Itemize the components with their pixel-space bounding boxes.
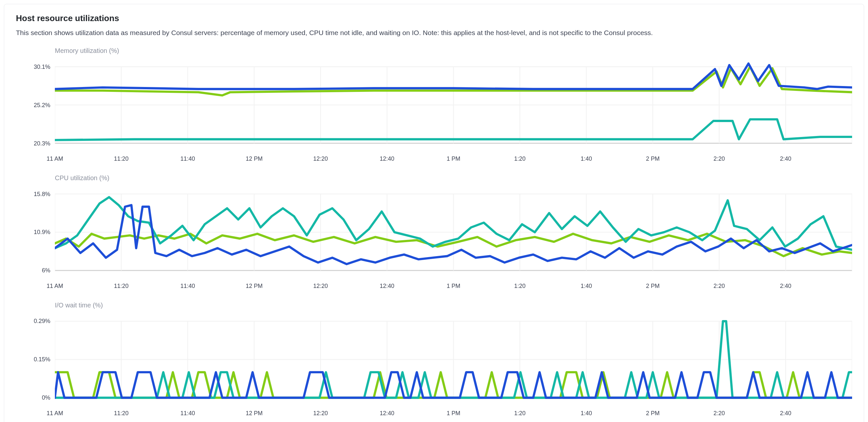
x-tick: 2 PM: [646, 283, 660, 290]
x-tick: 2:40: [780, 155, 792, 162]
section-title: Host resource utilizations: [16, 13, 852, 23]
x-tick: 2:40: [780, 283, 792, 290]
y-tick: 0%: [42, 394, 50, 401]
y-tick: 0.15%: [34, 356, 50, 363]
y-tick: 30.1%: [34, 63, 50, 70]
x-tick: 2 PM: [646, 155, 660, 162]
y-tick: 25.2%: [34, 101, 50, 109]
x-tick: 12 PM: [246, 155, 262, 162]
io-plot: [55, 312, 852, 408]
x-tick: 1 PM: [447, 155, 460, 162]
x-tick: 2 PM: [646, 410, 660, 417]
x-tick: 1 PM: [447, 283, 460, 290]
x-tick: 11 AM: [46, 283, 63, 290]
x-axis: 11 AM 11:20 11:40 12 PM 12:20 12:40 1 PM…: [55, 410, 852, 419]
x-tick: 12:20: [313, 155, 328, 162]
x-tick: 1 PM: [447, 410, 460, 417]
x-tick: 12 PM: [246, 283, 262, 290]
x-tick: 1:20: [514, 283, 526, 290]
x-tick: 11:40: [181, 410, 195, 417]
x-tick: 11:40: [181, 155, 195, 162]
y-axis: 15.8% 10.9% 6%: [16, 184, 55, 280]
x-tick: 1:20: [514, 155, 526, 162]
x-tick: 11:40: [181, 283, 195, 290]
memory-plot: [55, 57, 852, 153]
x-tick: 11:20: [114, 155, 128, 162]
x-tick: 2:20: [713, 155, 725, 162]
y-tick: 0.29%: [34, 318, 50, 325]
x-tick: 12:20: [313, 410, 328, 417]
x-tick: 12:40: [380, 283, 394, 290]
y-axis: 0.29% 0.15% 0%: [16, 312, 55, 408]
x-tick: 12 PM: [246, 410, 262, 417]
x-tick: 12:40: [380, 155, 394, 162]
x-tick: 12:20: [313, 283, 328, 290]
memory-utilization-chart: Memory utilization (%) 30.1% 25.2% 20.3%: [16, 47, 852, 164]
io-wait-chart: I/O wait time (%) 0.29% 0.15% 0%: [16, 302, 852, 419]
host-utilization-card: Host resource utilizations This section …: [4, 4, 864, 422]
x-tick: 1:40: [581, 410, 592, 417]
y-axis: 30.1% 25.2% 20.3%: [16, 57, 55, 153]
x-tick: 2:20: [713, 283, 725, 290]
x-tick: 11:20: [114, 283, 128, 290]
x-tick: 1:40: [581, 283, 592, 290]
cpu-utilization-chart: CPU utilization (%) 15.8% 10.9% 6%: [16, 174, 852, 292]
x-tick: 11 AM: [46, 155, 63, 162]
x-tick: 11 AM: [46, 410, 63, 417]
section-description: This section shows utilization data as m…: [16, 28, 852, 37]
x-axis: 11 AM 11:20 11:40 12 PM 12:20 12:40 1 PM…: [55, 155, 852, 164]
y-tick: 6%: [42, 267, 50, 274]
chart-title: Memory utilization (%): [55, 47, 852, 55]
x-tick: 11:20: [114, 410, 128, 417]
x-axis: 11 AM 11:20 11:40 12 PM 12:20 12:40 1 PM…: [55, 283, 852, 292]
x-tick: 1:40: [581, 155, 592, 162]
x-tick: 12:40: [380, 410, 394, 417]
x-tick: 1:20: [514, 410, 526, 417]
y-tick: 10.9%: [34, 229, 50, 236]
x-tick: 2:40: [780, 410, 792, 417]
y-tick: 20.3%: [34, 140, 50, 147]
y-tick: 15.8%: [34, 190, 50, 198]
chart-title: I/O wait time (%): [55, 302, 852, 309]
x-tick: 2:20: [713, 410, 725, 417]
grid: [55, 67, 852, 144]
cpu-plot: [55, 184, 852, 280]
chart-title: CPU utilization (%): [55, 174, 852, 182]
